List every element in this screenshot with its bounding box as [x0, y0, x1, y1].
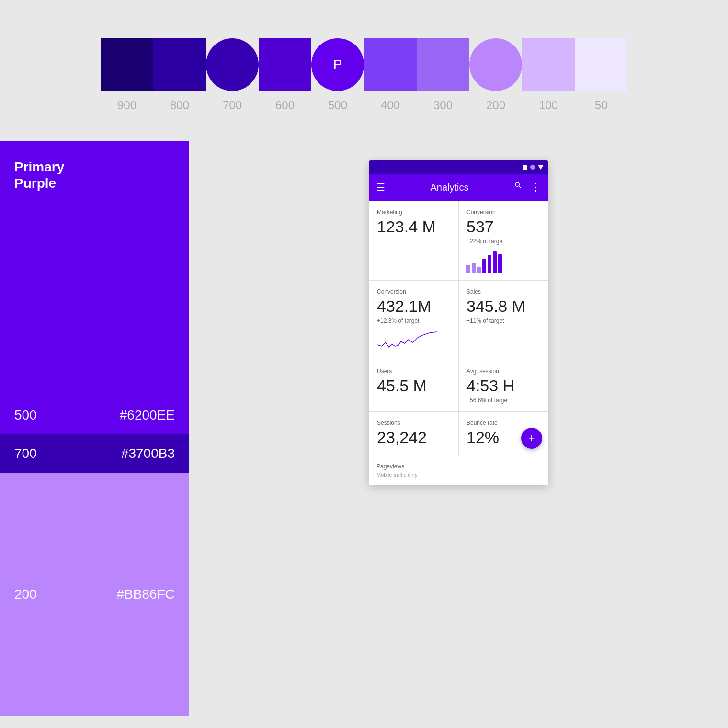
bar-3: [477, 267, 481, 273]
conversion-right-subtitle: +22% of target: [466, 238, 540, 245]
shade-label-600: 600: [259, 99, 311, 112]
swatch-500: P: [311, 38, 364, 91]
bar-6: [493, 251, 497, 273]
shade-label-50: 50: [575, 99, 627, 112]
conversion-left-label: Conversion: [377, 288, 451, 295]
avg-session-label: Avg. session: [466, 368, 540, 375]
swatch-400: [364, 38, 417, 91]
swatch-800: [153, 38, 206, 91]
bar-2: [472, 263, 476, 273]
shade-label-900: 900: [101, 99, 153, 112]
primary-label: Primary: [14, 159, 175, 176]
shade-500-hex: #6200EE: [120, 408, 175, 423]
purple-label: Purple: [14, 176, 175, 191]
bar-1: [466, 265, 470, 273]
conversion-left-card: Conversion 432.1M +12.3% of target: [369, 281, 458, 360]
marketing-value: 123.4 M: [377, 217, 451, 236]
app-bar-title: Analytics: [391, 182, 508, 193]
fab-button[interactable]: +: [521, 428, 542, 449]
bar-7: [498, 254, 502, 273]
status-circle-icon: [530, 165, 535, 170]
pageviews-label: Pageviews: [376, 463, 541, 470]
analytics-cards-grid: Marketing 123.4 M Conversion 537 +22% of…: [369, 201, 548, 455]
bar-chart: [466, 249, 540, 273]
bounce-rate-label: Bounce rate: [466, 420, 540, 426]
swatch-100: [522, 38, 575, 91]
color-block-200: 200 #BB86FC: [0, 473, 189, 716]
primary-purple-block: Primary Purple: [0, 141, 189, 396]
status-triangle-icon: [538, 165, 544, 170]
shade-700-hex: #3700B3: [121, 446, 175, 461]
palette-section: P 900 800 700 600 500 400 300 200 100 50: [0, 0, 728, 141]
line-chart: [377, 328, 451, 352]
conversion-right-card: Conversion 537 +22% of target: [459, 201, 548, 280]
swatch-700: [206, 38, 259, 91]
marketing-label: Marketing: [377, 209, 451, 216]
shade-200-number: 200: [14, 587, 37, 602]
swatch-200: [469, 38, 522, 91]
avg-session-value: 4:53 H: [466, 376, 540, 395]
sales-value: 345.8 M: [466, 297, 540, 316]
color-block-500: 500 #6200EE: [0, 396, 189, 434]
shade-label-400: 400: [364, 99, 417, 112]
swatch-600: [259, 38, 311, 91]
shade-label-700: 700: [206, 99, 259, 112]
sales-label: Sales: [466, 288, 540, 295]
shade-label-300: 300: [417, 99, 469, 112]
sales-card: Sales 345.8 M +11% of target: [459, 281, 548, 360]
more-options-icon[interactable]: ⋮: [530, 181, 541, 193]
color-blocks-section: Primary Purple 500 #6200EE 700 #3700B3 2…: [0, 141, 728, 716]
sessions-label: Sessions: [377, 420, 451, 426]
swatch-900: [101, 38, 153, 91]
shade-200-hex: #BB86FC: [117, 587, 175, 602]
sessions-value: 23,242: [377, 428, 451, 447]
bar-5: [488, 255, 491, 273]
palette-primary-marker: P: [333, 57, 342, 72]
left-panel: Primary Purple 500 #6200EE 700 #3700B3 2…: [0, 141, 189, 716]
shade-700-number: 700: [14, 446, 37, 461]
pageviews-subtitle: Mobile traffic only: [376, 472, 541, 478]
sessions-card: Sessions 23,242: [369, 412, 458, 455]
shade-label-100: 100: [522, 99, 575, 112]
users-label: Users: [377, 368, 451, 375]
app-bar: ☰ Analytics ⋮: [369, 174, 548, 201]
status-square-icon: [523, 165, 527, 170]
users-card: Users 45.5 M: [369, 360, 458, 411]
conversion-right-value: 537: [466, 217, 540, 236]
bounce-rate-card: Bounce rate 12% +: [459, 412, 548, 455]
search-icon[interactable]: [514, 181, 523, 193]
users-value: 45.5 M: [377, 376, 451, 395]
right-panel: ☰ Analytics ⋮ Marketing 123.4 M: [189, 141, 728, 716]
color-block-700: 700 #3700B3: [0, 434, 189, 473]
avg-session-subtitle: +56.6% of target: [466, 397, 540, 404]
status-bar: [369, 160, 548, 174]
shade-500-number: 500: [14, 408, 37, 423]
sales-subtitle: +11% of target: [466, 318, 540, 324]
marketing-card: Marketing 123.4 M: [369, 201, 458, 280]
hamburger-menu-icon[interactable]: ☰: [376, 182, 385, 193]
avg-session-card: Avg. session 4:53 H +56.6% of target: [459, 360, 548, 411]
palette-labels: 900 800 700 600 500 400 300 200 100 50: [101, 99, 627, 112]
swatch-50: [575, 38, 627, 91]
conversion-left-subtitle: +12.3% of target: [377, 318, 451, 324]
shade-label-200: 200: [469, 99, 522, 112]
app-bar-actions: ⋮: [514, 181, 541, 193]
bar-4: [482, 259, 486, 273]
conversion-left-value: 432.1M: [377, 297, 451, 316]
shade-label-800: 800: [153, 99, 206, 112]
pageviews-card: Pageviews Mobile traffic only: [369, 455, 548, 485]
swatch-300: [417, 38, 469, 91]
phone-mockup: ☰ Analytics ⋮ Marketing 123.4 M: [369, 160, 548, 485]
shade-label-500: 500: [311, 99, 364, 112]
palette-swatches: P: [101, 38, 627, 91]
conversion-right-label: Conversion: [466, 209, 540, 216]
